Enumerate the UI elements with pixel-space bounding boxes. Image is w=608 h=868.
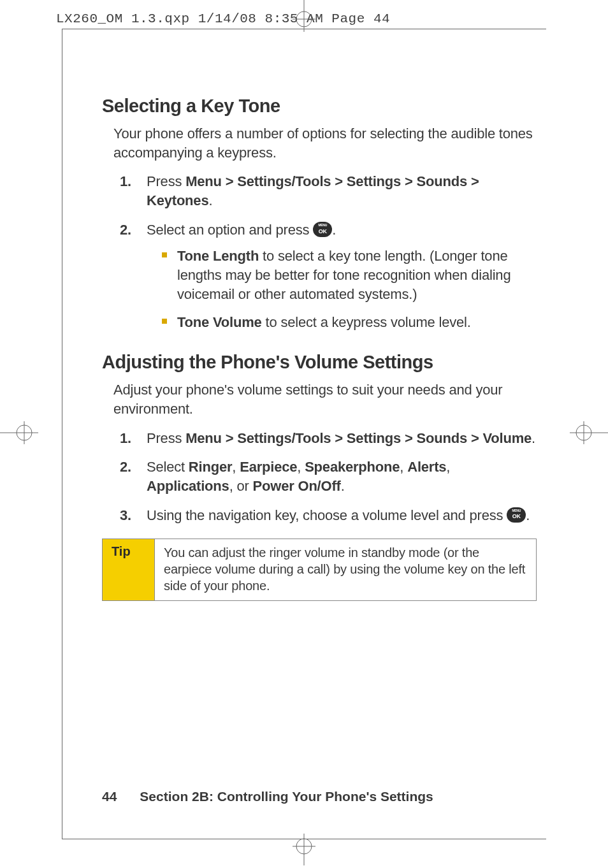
icon-label-top: MENU [512, 509, 521, 513]
sub-bullets: Tone Length to select a key tone length.… [162, 247, 535, 331]
step-bold: Applications [147, 478, 229, 494]
step-bold: Alerts [407, 459, 446, 475]
step-text: Select [147, 459, 189, 475]
heading-volume: Adjusting the Phone's Volume Settings [102, 352, 535, 373]
crop-line-bottom [62, 839, 546, 839]
crop-line-left [62, 29, 62, 839]
intro-volume: Adjust your phone's volume settings to s… [113, 380, 535, 418]
icon-label-bottom: OK [512, 512, 521, 520]
registration-mark-right-icon [570, 417, 608, 451]
step-text: . [332, 222, 336, 238]
tip-label: Tip [103, 539, 155, 600]
icon-label-top: MENU [318, 223, 327, 228]
bullet-tone-volume: Tone Volume to select a keypress volume … [162, 313, 535, 332]
page-number: 44 [102, 789, 117, 804]
step-text: Press [147, 173, 185, 189]
step-text: Using the navigation key, choose a volum… [147, 507, 507, 523]
step-bold: Earpiece [240, 459, 297, 475]
step-text: . [526, 507, 530, 523]
bullet-bold: Tone Length [177, 248, 259, 264]
bullet-text: to select a keypress volume level. [262, 314, 471, 330]
step-2: Select an option and press MENUOK. Tone … [120, 221, 535, 331]
step-bold: Power On/Off [253, 478, 341, 494]
step-text: . [208, 192, 212, 208]
step-sep: , [446, 459, 450, 475]
step-bold: Ringer [189, 459, 232, 475]
tip-box: Tip You can adjust the ringer volume in … [102, 539, 537, 601]
menu-ok-icon: MENUOK [507, 507, 526, 523]
steps-key-tone: Press Menu > Settings/Tools > Settings >… [120, 172, 535, 331]
page-footer: 44Section 2B: Controlling Your Phone's S… [102, 789, 433, 804]
step-sep: , [400, 459, 407, 475]
footer-section: Section 2B: Controlling Your Phone's Set… [140, 789, 433, 804]
step-text: Press [147, 430, 185, 446]
step-sep: , or [229, 478, 253, 494]
step-text: . [532, 430, 535, 446]
step-bold: Speakerphone [305, 459, 400, 475]
step-bold: Menu > Settings/Tools > Settings > Sound… [185, 430, 532, 446]
step-1: Press Menu > Settings/Tools > Settings >… [120, 172, 535, 210]
intro-key-tone: Your phone offers a number of options fo… [113, 124, 535, 162]
icon-label-bottom: OK [319, 228, 327, 235]
steps-volume: Press Menu > Settings/Tools > Settings >… [120, 429, 535, 525]
step-sep: , [232, 459, 240, 475]
step-sep: , [297, 459, 305, 475]
crop-line-top [62, 29, 546, 29]
registration-mark-left-icon [0, 417, 38, 451]
bullet-bold: Tone Volume [177, 314, 262, 330]
step-text: Select an option and press [147, 222, 313, 238]
slug-line: LX260_OM 1.3.qxp 1/14/08 8:35 AM Page 44 [56, 11, 390, 26]
step-2: Select Ringer, Earpiece, Speakerphone, A… [120, 458, 535, 495]
tip-text: You can adjust the ringer volume in stan… [155, 539, 536, 600]
heading-key-tone: Selecting a Key Tone [102, 96, 535, 117]
step-3: Using the navigation key, choose a volum… [120, 506, 535, 525]
bullet-tone-length: Tone Length to select a key tone length.… [162, 247, 535, 303]
page-content: Selecting a Key Tone Your phone offers a… [102, 96, 535, 601]
step-text: . [341, 478, 345, 494]
menu-ok-icon: MENUOK [313, 222, 332, 237]
step-bold: Menu > Settings/Tools > Settings > Sound… [147, 173, 479, 208]
step-1: Press Menu > Settings/Tools > Settings >… [120, 429, 535, 448]
